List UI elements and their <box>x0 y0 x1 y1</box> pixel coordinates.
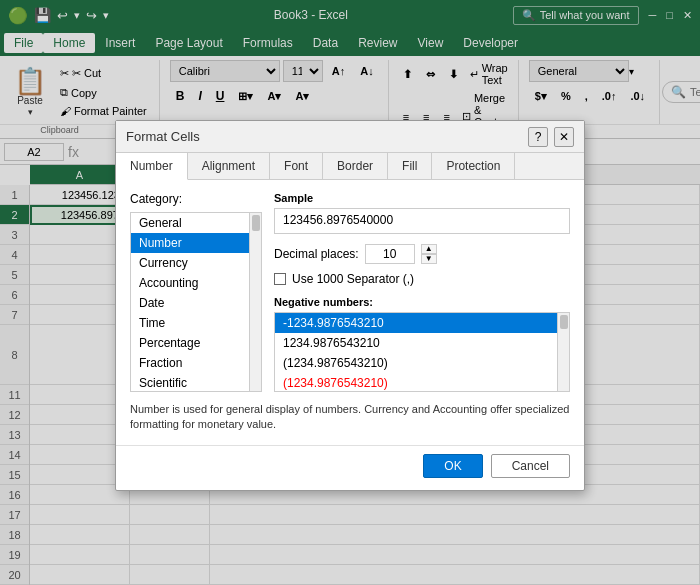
dialog-tabs: Number Alignment Font Border Fill Protec… <box>116 153 584 180</box>
spin-buttons: ▲ ▼ <box>421 244 437 264</box>
spin-down-button[interactable]: ▼ <box>421 254 437 264</box>
sample-label: Sample <box>274 192 570 204</box>
tab-protection[interactable]: Protection <box>432 153 515 179</box>
cat-number[interactable]: Number <box>131 233 249 253</box>
category-scrollbar[interactable] <box>250 212 262 392</box>
ok-button[interactable]: OK <box>423 454 482 478</box>
cat-currency[interactable]: Currency <box>131 253 249 273</box>
description-text: Number is used for general display of nu… <box>130 402 570 433</box>
category-label: Category: <box>130 192 262 206</box>
cat-general[interactable]: General <box>131 213 249 233</box>
cat-time[interactable]: Time <box>131 313 249 333</box>
cancel-button[interactable]: Cancel <box>491 454 570 478</box>
cat-accounting[interactable]: Accounting <box>131 273 249 293</box>
separator-checkbox[interactable] <box>274 273 286 285</box>
category-list-container: General Number Currency Accounting Date … <box>130 212 262 392</box>
dialog-controls: ? ✕ <box>528 127 574 147</box>
dialog-overlay: Format Cells ? ✕ Number Alignment Font B… <box>0 0 700 585</box>
sample-value: 123456.8976540000 <box>274 208 570 234</box>
cat-date[interactable]: Date <box>131 293 249 313</box>
cat-scientific[interactable]: Scientific <box>131 373 249 392</box>
negative-list-container: -1234.9876543210 1234.9876543210 (1234.9… <box>274 312 570 392</box>
tab-alignment[interactable]: Alignment <box>188 153 270 179</box>
separator-row: Use 1000 Separator (,) <box>274 272 570 286</box>
tab-border[interactable]: Border <box>323 153 388 179</box>
tab-fill[interactable]: Fill <box>388 153 432 179</box>
dialog-close-button[interactable]: ✕ <box>554 127 574 147</box>
neg-scrollbar-thumb <box>560 315 568 329</box>
dialog-help-button[interactable]: ? <box>528 127 548 147</box>
tab-number[interactable]: Number <box>116 153 188 180</box>
cat-percentage[interactable]: Percentage <box>131 333 249 353</box>
negative-scrollbar[interactable] <box>558 312 570 392</box>
dialog-footer: OK Cancel <box>116 445 584 490</box>
neg-option-4[interactable]: (1234.9876543210) <box>275 373 557 392</box>
decimal-input[interactable] <box>365 244 415 264</box>
dialog-title: Format Cells <box>126 129 200 144</box>
cat-fraction[interactable]: Fraction <box>131 353 249 373</box>
category-panel: Category: General Number Currency Accoun… <box>130 192 262 392</box>
dialog-title-bar: Format Cells ? ✕ <box>116 121 584 153</box>
negative-numbers-list[interactable]: -1234.9876543210 1234.9876543210 (1234.9… <box>274 312 558 392</box>
decimal-label: Decimal places: <box>274 247 359 261</box>
neg-option-1[interactable]: -1234.9876543210 <box>275 313 557 333</box>
negative-numbers-label: Negative numbers: <box>274 296 570 308</box>
options-panel: Sample 123456.8976540000 Decimal places:… <box>274 192 570 392</box>
neg-option-3[interactable]: (1234.9876543210) <box>275 353 557 373</box>
tab-font[interactable]: Font <box>270 153 323 179</box>
scrollbar-thumb <box>252 215 260 231</box>
category-list[interactable]: General Number Currency Accounting Date … <box>130 212 250 392</box>
format-cells-dialog: Format Cells ? ✕ Number Alignment Font B… <box>115 120 585 491</box>
separator-label: Use 1000 Separator (,) <box>292 272 414 286</box>
dialog-main-row: Category: General Number Currency Accoun… <box>130 192 570 392</box>
dialog-body: Category: General Number Currency Accoun… <box>116 180 584 445</box>
neg-option-2[interactable]: 1234.9876543210 <box>275 333 557 353</box>
spin-up-button[interactable]: ▲ <box>421 244 437 254</box>
decimal-row: Decimal places: ▲ ▼ <box>274 244 570 264</box>
